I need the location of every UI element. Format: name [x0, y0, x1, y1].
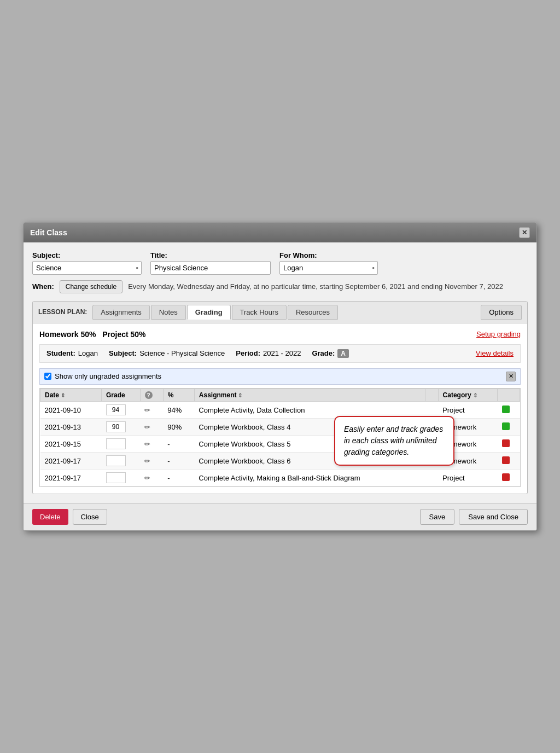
lesson-plan-section: LESSON PLAN: Assignments Notes Grading T… — [32, 301, 528, 495]
subject-info-item: Subject: Science - Physical Science — [109, 349, 225, 357]
th-status — [498, 389, 520, 402]
period-label: Period: — [236, 349, 260, 357]
cell-assignment: Complete Activity, Making a Ball-and-Sti… — [194, 470, 425, 486]
title-group: Title: — [150, 251, 271, 275]
modal-body: Subject: Science Title: For Whom: Logan … — [24, 242, 536, 503]
lesson-plan-label: LESSON PLAN: — [38, 308, 87, 316]
cell-pencil[interactable]: ✏ — [140, 436, 163, 453]
subject-label: Subject: — [32, 251, 142, 259]
cell-percent: 90% — [163, 419, 194, 436]
when-label: When: — [32, 282, 54, 291]
forwhom-group: For Whom: Logan — [279, 251, 378, 275]
student-info-item: Student: Logan — [46, 349, 98, 357]
filter-checkbox-label[interactable]: Show only ungraded assignments — [44, 372, 161, 380]
delete-button[interactable]: Delete — [32, 509, 68, 525]
grading-content: Homework 50% Project 50% Setup grading S… — [33, 323, 527, 494]
th-spacer — [425, 389, 438, 402]
cell-status — [498, 419, 520, 436]
cell-grade[interactable] — [102, 470, 141, 486]
close-button[interactable]: Close — [73, 509, 107, 525]
th-assignment[interactable]: Assignment ⇕ — [194, 389, 425, 402]
forwhom-select-wrapper[interactable]: Logan — [279, 261, 378, 275]
when-text: Every Monday, Wednesday and Friday, at n… — [128, 282, 503, 291]
student-label: Student: — [46, 349, 75, 357]
cell-pencil[interactable]: ✏ — [140, 402, 163, 419]
pencil-icon[interactable]: ✏ — [144, 440, 150, 448]
filter-label-text: Show only ungraded assignments — [55, 372, 161, 380]
cell-grade[interactable] — [102, 419, 141, 436]
assignments-table-container: Date ⇕ Grade ? % Assignment ⇕ — [39, 388, 521, 488]
cell-percent: 94% — [163, 402, 194, 419]
cell-spacer — [425, 470, 438, 486]
when-row: When: Change schedule Every Monday, Wedn… — [32, 280, 528, 293]
cell-status — [498, 402, 520, 419]
tooltip-text: Easily enter and track grades in each cl… — [344, 425, 443, 456]
cell-pencil[interactable]: ✏ — [140, 453, 163, 470]
pencil-icon[interactable]: ✏ — [144, 457, 150, 465]
th-date[interactable]: Date ⇕ — [40, 389, 102, 402]
grade-label: Grade: — [312, 349, 335, 357]
subject-select-wrapper[interactable]: Science — [32, 261, 142, 275]
tab-track-hours[interactable]: Track Hours — [232, 305, 287, 320]
cell-date: 2021-09-17 — [40, 453, 102, 470]
forwhom-select[interactable]: Logan — [279, 261, 378, 275]
title-label: Title: — [150, 251, 271, 259]
grade-input[interactable] — [106, 455, 126, 466]
footer-right: Save Save and Close — [420, 509, 528, 525]
table-row: 2021-09-17 ✏ - Complete Activity, Making… — [40, 470, 520, 486]
grade-input[interactable] — [106, 421, 126, 432]
pencil-icon[interactable]: ✏ — [144, 474, 150, 482]
cell-pencil[interactable]: ✏ — [140, 419, 163, 436]
modal-footer: Delete Close Save Save and Close — [24, 503, 536, 530]
tooltip-box: Easily enter and track grades in each cl… — [334, 416, 454, 466]
status-indicator — [502, 473, 510, 481]
pencil-icon[interactable]: ✏ — [144, 406, 150, 414]
view-details-link[interactable]: View details — [476, 349, 514, 357]
grade-input[interactable] — [106, 472, 126, 483]
grade-input[interactable] — [106, 438, 126, 449]
tabs-header: LESSON PLAN: Assignments Notes Grading T… — [33, 302, 527, 323]
cell-status — [498, 436, 520, 453]
student-name: Logan — [78, 349, 98, 357]
grade-input[interactable] — [106, 404, 126, 415]
grading-categories: Homework 50% Project 50% — [39, 330, 146, 339]
th-percent: % — [163, 389, 194, 402]
setup-grading-link[interactable]: Setup grading — [476, 330, 521, 338]
save-button[interactable]: Save — [420, 509, 455, 525]
forwhom-label: For Whom: — [279, 251, 378, 259]
filter-close-button[interactable]: ✕ — [506, 372, 516, 381]
cell-grade[interactable] — [102, 402, 141, 419]
cell-date: 2021-09-15 — [40, 436, 102, 453]
edit-class-modal: Edit Class ✕ Subject: Science Title: For… — [23, 222, 537, 531]
save-close-button[interactable]: Save and Close — [459, 509, 528, 525]
period-info-item: Period: 2021 - 2022 — [236, 349, 301, 357]
footer-left: Delete Close — [32, 509, 107, 525]
question-icon[interactable]: ? — [145, 391, 153, 399]
grading-header: Homework 50% Project 50% Setup grading — [39, 330, 521, 339]
tab-resources[interactable]: Resources — [288, 305, 338, 320]
tab-notes[interactable]: Notes — [151, 305, 186, 320]
th-category[interactable]: Category ⇕ — [438, 389, 498, 402]
subject-group: Subject: Science — [32, 251, 142, 275]
status-indicator — [502, 456, 510, 464]
cell-category: Project — [438, 470, 498, 486]
tab-assignments[interactable]: Assignments — [92, 305, 149, 320]
modal-titlebar: Edit Class ✕ — [24, 223, 536, 242]
change-schedule-button[interactable]: Change schedule — [60, 280, 122, 293]
cell-pencil[interactable]: ✏ — [140, 470, 163, 486]
cell-percent: - — [163, 470, 194, 486]
subject-info-label: Subject: — [109, 349, 137, 357]
subject-info-value: Science - Physical Science — [139, 349, 225, 357]
cell-grade[interactable] — [102, 436, 141, 453]
pencil-icon[interactable]: ✏ — [144, 423, 150, 431]
filter-checkbox[interactable] — [44, 373, 51, 380]
subject-select[interactable]: Science — [32, 261, 142, 275]
modal-close-button[interactable]: ✕ — [519, 227, 530, 238]
filter-row: Show only ungraded assignments ✕ — [39, 368, 521, 385]
status-indicator — [502, 406, 510, 413]
th-grade: Grade — [102, 389, 141, 402]
title-input[interactable] — [150, 261, 271, 275]
tab-grading[interactable]: Grading — [187, 305, 231, 320]
cell-grade[interactable] — [102, 453, 141, 470]
tab-options[interactable]: Options — [481, 305, 522, 320]
